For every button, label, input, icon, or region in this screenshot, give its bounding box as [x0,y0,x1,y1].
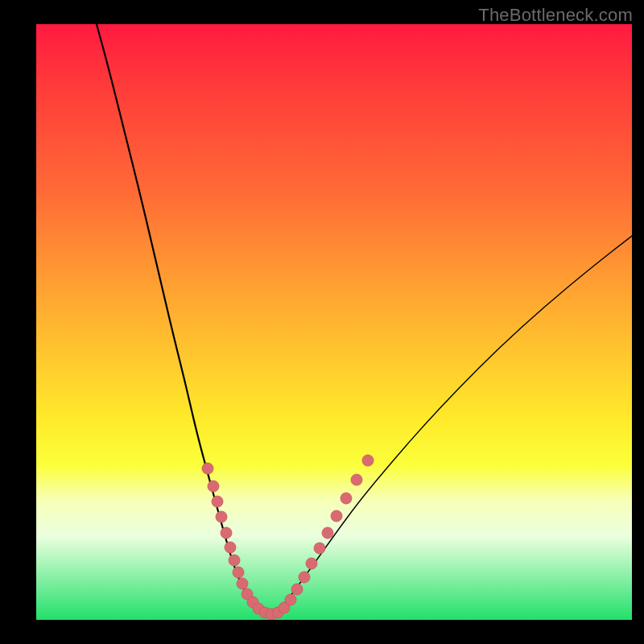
data-dot [351,474,362,485]
data-dot [331,510,342,522]
data-dot [216,511,227,522]
chart-frame: TheBottleneck.com [0,0,644,644]
data-dots [202,455,374,620]
data-dot [322,527,333,539]
data-dot [314,543,325,554]
data-dot [306,558,317,569]
data-dot [341,493,352,504]
data-dot [362,455,374,466]
bottleneck-curve-right [271,236,632,614]
data-dot [221,527,232,539]
data-dot [237,578,248,589]
data-dot [202,463,213,474]
data-dot [225,542,236,553]
plot-area [36,24,632,620]
data-dot [229,555,240,566]
data-dot [233,567,244,578]
bottleneck-curve-left [97,24,271,614]
data-dot [285,594,296,605]
watermark-text: TheBottleneck.com [478,5,633,26]
data-dot [291,584,303,595]
curves-svg [36,24,632,620]
data-dot [212,496,223,507]
data-dot [208,481,219,492]
data-dot [299,572,310,583]
